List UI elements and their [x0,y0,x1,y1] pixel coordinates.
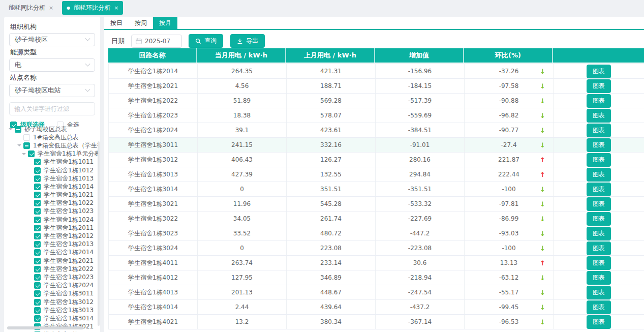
caret-down-icon[interactable] [27,199,33,207]
chart-button[interactable]: 图表 [587,242,611,255]
caret-down-icon[interactable] [27,273,33,281]
tree-node-checkbox[interactable] [15,126,21,133]
tree-node[interactable]: 学生宿舍1栋1024 [4,216,99,224]
tree-node[interactable]: 学生宿舍1栋1013 [4,174,99,183]
tree-node-checkbox[interactable] [34,299,41,306]
tree-node[interactable]: 砂子坳校区总表 [4,125,99,133]
tree-node-checkbox[interactable] [23,142,30,149]
export-button[interactable]: 导出 [230,34,265,48]
caret-down-icon[interactable] [27,207,33,216]
tree-node[interactable]: 学生宿舍1栋1023 [4,207,99,216]
caret-down-icon[interactable] [27,174,33,183]
tree-node[interactable]: 学生宿舍1栋2014 [4,249,99,257]
caret-down-icon[interactable] [27,224,33,232]
tree-node-checkbox[interactable] [34,290,41,297]
tree-node[interactable]: 学生宿舍1栋1022 [4,199,99,207]
dropdown-select[interactable]: 砂子坳校区电站 [9,84,95,97]
tree-node[interactable]: 学生宿舍1栋2021 [4,257,99,265]
chart-button[interactable]: 图表 [587,138,611,152]
tree-node[interactable]: 学生宿舍1栋1014 [4,183,99,191]
tree-node[interactable]: 学生宿舍1栋2013 [4,240,99,249]
caret-down-icon[interactable] [27,216,33,224]
workspace-tab-tongbi[interactable]: 能耗同比分析 × [4,1,58,15]
chart-button[interactable]: 图表 [587,227,611,240]
query-button[interactable]: 查询 [189,34,223,48]
tree-filter-input[interactable] [9,102,95,115]
tree-node-checkbox[interactable] [34,241,41,248]
chart-button[interactable]: 图表 [587,109,611,123]
period-tab[interactable]: 按日 [104,17,129,29]
tree-horizontal-scrollbar[interactable] [7,326,83,329]
caret-down-icon[interactable] [27,249,33,257]
caret-down-icon[interactable] [27,183,33,191]
chart-button[interactable]: 图表 [587,212,611,226]
chart-button[interactable]: 图表 [587,271,611,285]
tree-node[interactable]: 学生宿舍1栋3011 [4,290,99,298]
chart-button[interactable]: 图表 [587,256,611,270]
tree-node-checkbox[interactable] [34,208,41,215]
close-icon[interactable]: × [114,5,118,11]
month-picker-input[interactable]: 2025-07 [131,35,182,48]
chart-button[interactable]: 图表 [587,79,611,93]
chart-button[interactable]: 图表 [587,315,611,329]
caret-down-icon[interactable] [27,298,33,306]
tree-node-checkbox[interactable] [34,282,41,289]
tree-node-checkbox[interactable] [34,217,41,223]
tree-node-checkbox[interactable] [23,134,30,141]
workspace-tab-huanbi[interactable]: ● 能耗环比分析 × [62,1,123,15]
tree-node-checkbox[interactable] [34,184,41,190]
tree-node[interactable]: 学生宿舍1栋1021 [4,191,99,199]
caret-down-icon[interactable] [21,150,26,158]
dropdown-select[interactable]: 砂子坳校区 [9,33,95,46]
period-tab[interactable]: 按月 [153,17,177,29]
caret-down-icon[interactable] [17,133,22,141]
tree-node[interactable]: 学生宿舍1栋1012 [4,166,99,174]
caret-down-icon[interactable] [27,166,33,174]
tree-node-checkbox[interactable] [34,225,41,231]
tree-node[interactable]: 学生宿舍1栋2022 [4,265,99,273]
chart-button[interactable]: 图表 [587,300,611,314]
tree-node[interactable]: 学生宿舍1栋3014 [4,314,99,322]
chart-button[interactable]: 图表 [587,153,611,167]
caret-down-icon[interactable] [27,240,33,249]
chart-button[interactable]: 图表 [587,183,611,196]
caret-down-icon[interactable] [27,232,33,240]
tree-node-checkbox[interactable] [34,266,41,273]
chart-button[interactable]: 图表 [587,94,611,108]
tree-node[interactable]: 1#箱变低压总表（学生宿舍1,2,9栋） [4,141,99,149]
chart-button[interactable]: 图表 [587,168,611,182]
tree-node-checkbox[interactable] [34,159,41,165]
tree-vertical-scrollbar[interactable] [98,141,100,326]
tree-node[interactable]: 学生宿舍1栋1011 [4,158,99,166]
caret-down-icon[interactable] [27,257,33,265]
tree-node-checkbox[interactable] [28,150,35,157]
tree-node-checkbox[interactable] [34,274,41,281]
tree-node[interactable]: 学生宿舍1栋3013 [4,306,99,314]
period-tab[interactable]: 按周 [129,17,153,29]
caret-down-icon[interactable] [27,290,33,298]
tree-node-checkbox[interactable] [34,258,41,264]
tree-node-checkbox[interactable] [34,307,41,314]
caret-down-icon[interactable] [17,141,22,149]
tree-node-checkbox[interactable] [34,233,41,239]
caret-down-icon[interactable] [27,265,33,273]
tree-node[interactable]: 学生宿舍1栋1单元分表 [4,150,99,158]
tree-node-checkbox[interactable] [34,192,41,198]
chart-button[interactable]: 图表 [587,124,611,137]
tree-node[interactable]: 学生宿舍1栋2012 [4,232,99,240]
caret-down-icon[interactable] [8,125,13,133]
tree-node[interactable]: 学生宿舍1栋2023 [4,273,99,281]
tree-node[interactable]: 学生宿舍1栋3012 [4,298,99,306]
caret-down-icon[interactable] [27,282,33,290]
tree-node-checkbox[interactable] [34,315,41,322]
tree-node-checkbox[interactable] [34,249,41,256]
tree-node[interactable]: 学生宿舍1栋2024 [4,282,99,290]
caret-down-icon[interactable] [27,306,33,314]
close-icon[interactable]: × [49,5,53,11]
tree-node-checkbox[interactable] [34,175,41,182]
tree-node-checkbox[interactable] [34,167,41,174]
chart-button[interactable]: 图表 [587,65,611,78]
caret-down-icon[interactable] [27,158,33,166]
caret-down-icon[interactable] [27,191,33,199]
chart-button[interactable]: 图表 [587,286,611,299]
